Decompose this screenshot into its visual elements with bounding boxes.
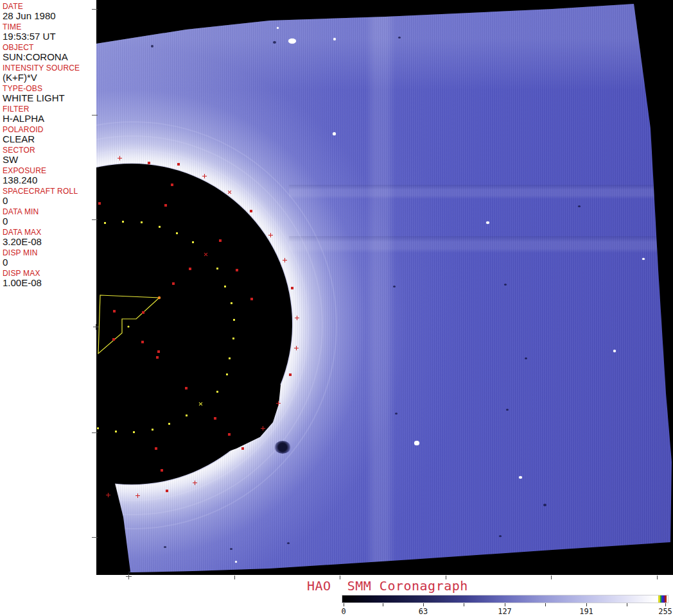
metadata-label: DISP MIN: [3, 249, 96, 257]
metadata-field: DATE28 Jun 1980: [3, 3, 96, 21]
fiducial-red-plus: [276, 401, 281, 406]
fiducial-red-square: [141, 341, 144, 343]
bottom-axis-tick: [446, 576, 446, 579]
fiducial-red-square: [142, 311, 144, 314]
fiducial-red-square: [171, 184, 173, 186]
fiducial-red-square: [113, 310, 116, 312]
fiducial-red-square: [161, 469, 163, 472]
metadata-value: WHITE LIGHT: [3, 93, 96, 103]
metadata-value: 0: [3, 257, 96, 268]
bottom-axis-tick: [340, 576, 340, 579]
colorbar-tick: [383, 603, 383, 606]
fiducial-yellow-square: [224, 286, 226, 287]
colorbar-tick: [627, 603, 627, 606]
fiducial-red-square: [156, 356, 159, 359]
fiducial-red-square: [236, 269, 238, 271]
fiducial-yellow-square: [233, 319, 235, 321]
fiducial-red-square: [189, 268, 191, 270]
left-axis-tick: [92, 219, 98, 220]
pylon-tip-dot: [158, 296, 161, 299]
fiducial-yellow-square: [231, 302, 232, 304]
fiducial-yellow-square: [115, 431, 117, 432]
fiducial-red-plus: [118, 156, 122, 160]
fiducial-yellow-square: [122, 221, 124, 223]
colorbar-tick: [464, 603, 464, 606]
colorbar-tick: [665, 603, 666, 606]
fiducial-yellow-square: [229, 357, 231, 359]
bottom-axis-tick: [234, 576, 235, 579]
fiducial-red-square: [166, 490, 168, 492]
image-title: HAO SMM Coronagraph: [307, 578, 468, 594]
fiducial-red-plus: [135, 493, 140, 498]
metadata-value: 0: [3, 196, 96, 206]
occulter-pylon-outline: [98, 295, 159, 354]
fiducial-yellow-square: [216, 268, 218, 270]
metadata-value: SUN:CORONA: [3, 52, 96, 62]
metadata-value: H-ALPHA: [3, 114, 96, 124]
fiducial-red-square: [289, 373, 292, 376]
fiducial-yellow-square: [168, 423, 170, 425]
fiducial-red-plus: [294, 346, 299, 350]
left-axis-tick: [92, 432, 98, 433]
fiducial-yellow-square: [176, 232, 178, 234]
fiducial-red-square: [164, 204, 167, 207]
metadata-field: OBJECTSUN:CORONA: [3, 44, 96, 62]
pylon-overlay: [96, 0, 673, 575]
colorbar-tick-label: 255: [658, 607, 672, 616]
metadata-field: DISP MAX1.00E-08: [3, 270, 96, 288]
metadata-field: SECTORSW: [3, 146, 96, 165]
fiducial-red-square: [228, 433, 231, 436]
metadata-value: 0: [3, 216, 96, 227]
fiducial-yellow-square: [186, 415, 188, 416]
metadata-value: CLEAR: [3, 134, 96, 144]
fiducial-red-square: [148, 162, 150, 164]
fiducial-red-square: [291, 287, 293, 289]
fiducial-red-plus: [106, 493, 110, 497]
colorbar-end-stripes: [658, 595, 667, 603]
left-axis-tick: [92, 9, 98, 10]
fiducial-red-plus: [261, 426, 265, 431]
sidebar-fields: DATE28 Jun 1980TIME19:53:57 UTOBJECTSUN:…: [3, 3, 96, 288]
fiducial-yellow-square: [152, 429, 153, 431]
fiducial-yellow-square: [133, 431, 135, 433]
pylon-inner-dot: [127, 325, 129, 327]
fiducial-red-square: [155, 447, 157, 450]
metadata-value: 1.00E-08: [3, 278, 96, 288]
metadata-label: SPACECRAFT ROLL: [3, 187, 96, 196]
colorbar-tick: [545, 603, 546, 606]
fiducial-red-plus: [193, 481, 197, 485]
fiducial-yellow-square: [141, 221, 143, 223]
metadata-field: INTENSITY SOURCE(K+F)*V: [3, 64, 96, 83]
fiducial-red-plus: [283, 258, 287, 262]
left-axis-tick: [92, 537, 98, 538]
fiducial-red-plus: [268, 233, 273, 237]
colorbar-tick-label: 127: [498, 607, 512, 616]
fiducial-red-square: [112, 338, 115, 341]
metadata-field: FILTERH-ALPHA: [3, 105, 96, 124]
colorbar-tick: [423, 603, 424, 606]
fiducial-red-square: [219, 239, 222, 242]
fiducial-red-square: [185, 387, 188, 389]
metadata-field: SPACECRAFT ROLL0: [3, 187, 96, 206]
fiducial-yellow-square: [232, 338, 234, 339]
coronagraph-display: DATE28 Jun 1980TIME19:53:57 UTOBJECTSUN:…: [0, 0, 673, 616]
coronagraph-image: [96, 0, 673, 575]
fiducial-yellow-square: [226, 373, 228, 375]
fiducial-red-plus: [202, 174, 207, 178]
bottom-axis-tick: [657, 576, 658, 579]
metadata-label: DATA MIN: [3, 208, 96, 216]
fiducial-yellow-square: [159, 226, 161, 228]
colorbar-tick: [586, 603, 587, 606]
metadata-value: (K+F)*V: [3, 73, 96, 83]
metadata-value: 28 Jun 1980: [3, 11, 96, 21]
metadata-field: TYPE-OBSWHITE LIGHT: [3, 85, 96, 103]
colorbar-tick-label: 0: [341, 607, 345, 616]
footer-strip: HAO SMM Coronagraph 063127191255: [0, 575, 673, 616]
metadata-panel: DATE28 Jun 1980TIME19:53:57 UTOBJECTSUN:…: [0, 0, 96, 575]
center-crosshair: [93, 324, 99, 330]
colorbar-tick-label: 191: [579, 607, 593, 616]
fiducial-yellow-square: [104, 222, 106, 224]
metadata-field: DATA MAX3.20E-08: [3, 228, 96, 247]
fiducial-red-square: [172, 282, 175, 285]
metadata-field: TIME19:53:57 UT: [3, 23, 96, 42]
